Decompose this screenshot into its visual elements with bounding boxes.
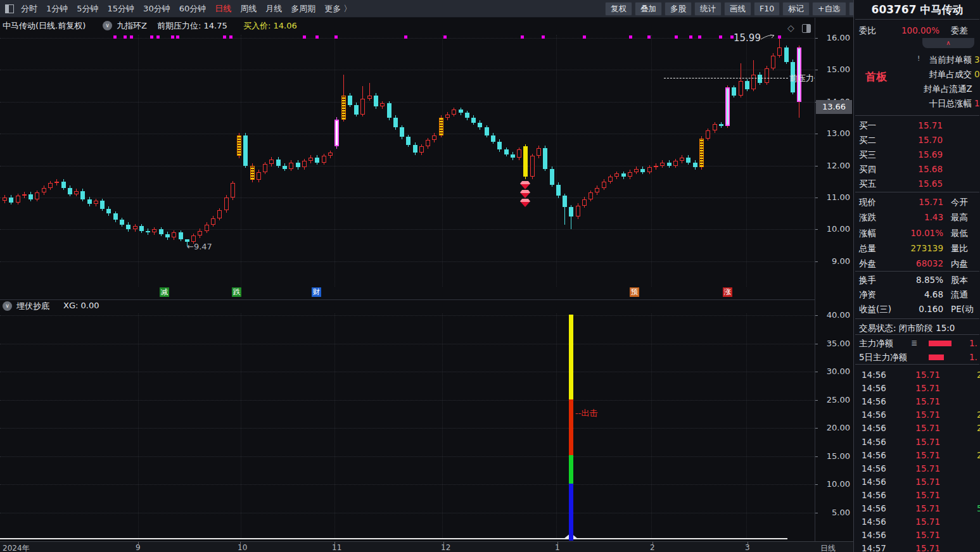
sub-axis-label: 15.00 (816, 451, 850, 461)
tick-volume: 2 (977, 423, 980, 433)
stat-label-2: 量比 (951, 243, 968, 254)
list-icon[interactable]: ≣ (911, 339, 917, 348)
time-tick (557, 542, 558, 544)
sub-gridline (0, 456, 815, 457)
board-row-icon: ! (917, 54, 920, 63)
stat-label: 涨幅 (859, 228, 876, 239)
attack-annotation: --出击 (575, 408, 597, 419)
tick-price: 15.71 (898, 530, 940, 540)
tick-price: 15.71 (898, 490, 940, 500)
flow-value: 1. (969, 338, 977, 348)
sub-gridline (0, 372, 815, 372)
weibi-value: 100.00% (892, 25, 949, 35)
stat-value: 273139 (889, 243, 943, 253)
sub-axis-label: 10.00 (816, 479, 850, 489)
time-tick (334, 542, 335, 544)
board-row-value: 3 (974, 54, 980, 65)
tab-5分钟[interactable]: 5分钟 (77, 0, 98, 17)
bid-price: 15.71 (892, 120, 943, 130)
sub-gridline (0, 428, 815, 429)
weicha-label: 委差 (951, 25, 968, 37)
signal-bar-segment-blue (569, 484, 573, 541)
axis-label: 13.00 (816, 129, 850, 138)
tick-volume: 2 (977, 370, 980, 380)
collapse-tab[interactable]: ∧ (922, 38, 974, 48)
stat-label: 涨跌 (859, 212, 876, 223)
tab-30分钟[interactable]: 30分钟 (143, 0, 170, 17)
tab-1分钟[interactable]: 1分钟 (46, 0, 68, 17)
board-row-value: 1 (974, 98, 980, 108)
diamond-icon[interactable]: ◇ (787, 23, 794, 33)
time-label: 10 (238, 543, 247, 552)
button-画线[interactable]: 画线 (724, 2, 751, 16)
tab-周线[interactable]: 周线 (240, 0, 257, 17)
stat-value: 8.85% (889, 275, 943, 285)
sub-axis-label: 30.00 (816, 367, 850, 376)
sub-indicator-name: 埋伏抄底 (16, 301, 49, 312)
tick-price: 15.71 (898, 477, 940, 487)
sub-gridline (0, 484, 815, 485)
button-多股[interactable]: 多股 (665, 2, 692, 16)
stat-label: 现价 (859, 197, 876, 208)
button-叠加[interactable]: 叠加 (635, 2, 662, 16)
chart-split-divider[interactable] (0, 299, 815, 300)
period-tabs: 分时1分钟5分钟15分钟30分钟60分钟日线周线月线多周期更多 〉 (16, 0, 356, 17)
tick-price: 15.71 (898, 396, 940, 406)
button-统计[interactable]: 统计 (694, 2, 722, 16)
stat-label: 收益(三) (859, 304, 891, 315)
button-F10[interactable]: F10 (754, 2, 780, 16)
tab-分时[interactable]: 分时 (21, 0, 37, 17)
last-price-tag: 13.66 (816, 100, 852, 114)
button-标记[interactable]: 标记 (782, 2, 810, 16)
signal-bar-segment-green (569, 455, 573, 484)
board-row-value: 0 (974, 69, 980, 79)
board-row-label: 封单占成交 (924, 69, 972, 80)
bid-price: 15.68 (892, 164, 943, 174)
board-tag: 首板 (865, 70, 887, 84)
tick-time: 14:56 (862, 437, 886, 447)
tab-月线[interactable]: 月线 (265, 0, 282, 17)
button-+自选[interactable]: +自选 (812, 2, 846, 16)
stat-label-2: 股本 (951, 275, 968, 286)
tab-更多 〉[interactable]: 更多 〉 (324, 0, 352, 17)
tab-多周期[interactable]: 多周期 (291, 0, 315, 17)
window-icon[interactable] (5, 4, 14, 13)
stat-label: 净资 (859, 289, 876, 301)
sub-indicator-collapse-icon[interactable]: ∨ (3, 301, 12, 311)
sub-month-gridline (746, 313, 747, 538)
tick-time: 14:56 (862, 503, 886, 513)
time-tick (652, 542, 653, 544)
xg-baseline (0, 538, 787, 539)
axis-separator (815, 18, 815, 541)
tab-日线[interactable]: 日线 (215, 0, 231, 17)
split-layout-icon[interactable] (802, 24, 811, 33)
trading-app-window: 分时1分钟5分钟15分钟30分钟60分钟日线周线月线多周期更多 〉 复权叠加多股… (0, 0, 980, 552)
stock-code-title: 603767 中马传动 (854, 3, 980, 17)
tick-volume: 2 (977, 410, 980, 420)
axis-label: 12.00 (816, 161, 850, 170)
main-candlestick-chart[interactable]: 中马传动(日线.前复权) ∨ 九指环Z 前期压力位: 14.75 买入价: 14… (0, 18, 815, 301)
flow-bar (929, 354, 944, 360)
stat-label-2: 今开 (951, 197, 968, 208)
stat-label: 总量 (859, 243, 876, 254)
tick-time: 14:56 (862, 370, 886, 380)
tick-volume: 2 (977, 450, 980, 460)
time-tick (138, 542, 139, 544)
divider (855, 364, 979, 365)
tab-60分钟[interactable]: 60分钟 (179, 0, 207, 17)
bid-label: 买五 (859, 179, 876, 190)
indicator-collapse-icon[interactable]: ∨ (103, 21, 112, 30)
stat-label: 换手 (859, 275, 876, 286)
button-复权[interactable]: 复权 (605, 2, 632, 16)
weibi-label: 委比 (859, 25, 876, 37)
divider (855, 192, 979, 192)
bid-label: 买二 (859, 135, 876, 146)
sub-gridline (0, 315, 815, 316)
pressure-label: 前期压力位: 14.75 (157, 20, 227, 32)
time-tick (748, 542, 748, 544)
bid-price: 15.65 (892, 179, 943, 189)
sub-gridline (0, 400, 815, 401)
divider (855, 334, 979, 335)
tab-15分钟[interactable]: 15分钟 (108, 0, 135, 17)
tick-price: 15.71 (898, 543, 940, 552)
